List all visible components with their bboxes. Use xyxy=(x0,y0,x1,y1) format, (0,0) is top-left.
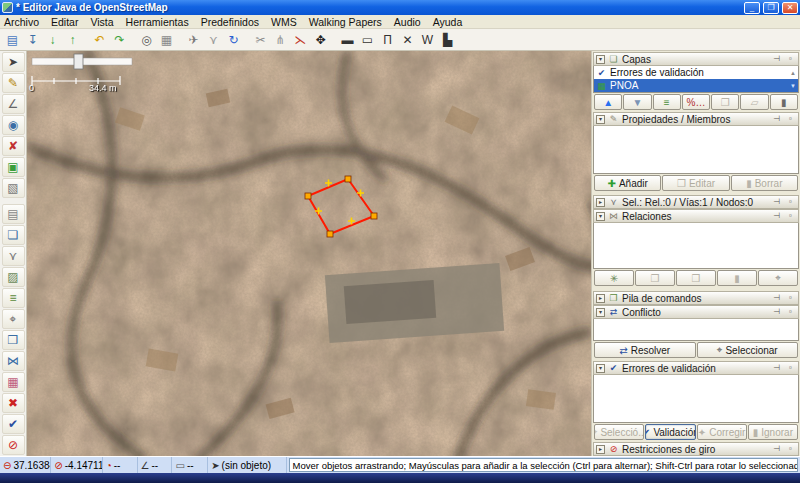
map-canvas[interactable]: 0 34.4 m xyxy=(27,51,591,456)
duplicate-relation-button[interactable]: ❒ xyxy=(676,270,716,286)
new-relation-button[interactable]: ✳ xyxy=(594,270,634,286)
menu-editar[interactable]: Editar xyxy=(51,16,78,28)
menu-audio[interactable]: Audio xyxy=(394,16,421,28)
menu-ayuda[interactable]: Ayuda xyxy=(433,16,463,28)
validation-list[interactable] xyxy=(593,375,799,423)
upload-data-icon[interactable]: ↑ xyxy=(63,30,82,49)
dialog-close-icon[interactable]: ▫ xyxy=(785,197,796,207)
turn-restrictions-icon[interactable]: ⊘ xyxy=(2,435,25,455)
preset-car-icon[interactable]: ▬ xyxy=(338,30,357,49)
menu-walking-papers[interactable]: Walking Papers xyxy=(309,16,382,28)
extrude-tool-icon[interactable]: ▧ xyxy=(2,178,25,198)
collapse-icon[interactable]: ▾ xyxy=(596,55,605,64)
zoom-to-data-icon[interactable]: ◎ xyxy=(137,30,156,49)
dialog-close-icon[interactable]: ▫ xyxy=(785,363,796,373)
pin-icon[interactable]: ⊣ xyxy=(771,307,782,317)
layer-row-pnoa[interactable]: ▦ PNOA ▼ xyxy=(594,79,798,92)
layer-merge-button[interactable]: ≡ xyxy=(653,94,681,110)
delete-relation-button[interactable]: ▮ xyxy=(717,270,757,286)
relations-dialog-icon[interactable]: ⋈ xyxy=(2,351,25,371)
select-tool-icon[interactable]: ➤ xyxy=(2,52,25,72)
background-dialog-icon[interactable]: ▨ xyxy=(2,267,25,287)
layer-up-button[interactable]: ▲ xyxy=(594,94,622,110)
scroll-down-icon[interactable]: ▼ xyxy=(790,83,796,89)
dialog-close-icon[interactable]: ▫ xyxy=(785,307,796,317)
layer-down-button[interactable]: ▼ xyxy=(623,94,651,110)
unglue-way-icon[interactable]: ⋋ xyxy=(291,30,310,49)
expand-icon[interactable]: ▸ xyxy=(596,294,605,303)
measure-tool-icon[interactable]: ∠ xyxy=(2,94,25,114)
ignore-button[interactable]: ▮ Ignorar xyxy=(748,424,798,440)
command-stack-icon[interactable]: ≡ xyxy=(2,288,25,308)
fix-button[interactable]: ✦ Corregir xyxy=(697,424,747,440)
conflict-dialog-icon[interactable]: ▦ xyxy=(2,372,25,392)
redo-icon[interactable]: ↷ xyxy=(110,30,129,49)
pin-icon[interactable]: ⊣ xyxy=(771,54,782,64)
menu-predefinidos[interactable]: Predefinidos xyxy=(201,16,259,28)
refresh-sync-icon[interactable]: ↻ xyxy=(224,30,243,49)
dialog-close-icon[interactable]: ▫ xyxy=(785,211,796,221)
merge-nodes-icon[interactable]: ⋎ xyxy=(204,30,223,49)
delete-button[interactable]: ▮ Borrar xyxy=(731,175,798,191)
pin-icon[interactable]: ⊣ xyxy=(771,211,782,221)
menu-archivo[interactable]: Archivo xyxy=(4,16,39,28)
move-tool-icon[interactable]: ✥ xyxy=(311,30,330,49)
select-relation-button[interactable]: ⌖ xyxy=(758,270,798,286)
properties-dialog-icon[interactable]: ❒ xyxy=(2,330,25,350)
close-button[interactable]: ✕ xyxy=(782,2,798,14)
nodes-dialog-icon[interactable]: ⋎ xyxy=(2,246,25,266)
pin-icon[interactable]: ⊣ xyxy=(771,444,782,454)
validator-icon[interactable]: ✔ xyxy=(2,414,25,434)
collapse-icon[interactable]: ▾ xyxy=(596,308,605,317)
merge-layers-icon[interactable]: ▤ xyxy=(2,204,25,224)
dialog-close-icon[interactable]: ▫ xyxy=(785,54,796,64)
scroll-up-icon[interactable]: ▲ xyxy=(790,70,796,76)
preset-bus-icon[interactable]: ▭ xyxy=(358,30,377,49)
tile-select-tool-icon[interactable]: ▣ xyxy=(2,157,25,177)
select-errors-button[interactable]: ⌖ Selecció... xyxy=(594,424,644,440)
resolve-button[interactable]: ⇄ Resolver xyxy=(594,342,696,358)
save-file-icon[interactable]: ↧ xyxy=(23,30,42,49)
draw-node-tool-icon[interactable]: ✎ xyxy=(2,73,25,93)
maximize-button[interactable]: ❐ xyxy=(763,2,779,14)
layer-row-validation[interactable]: ✔ Errores de validación ▲ xyxy=(594,66,798,79)
zoom-tool-icon[interactable]: ◉ xyxy=(2,115,25,135)
collapse-icon[interactable]: ▾ xyxy=(596,115,605,124)
selection-dialog-icon[interactable]: ⌖ xyxy=(2,309,25,329)
pin-icon[interactable]: ⊣ xyxy=(771,114,782,124)
conflict-list[interactable] xyxy=(593,319,799,341)
preset-bank-icon[interactable]: Π xyxy=(378,30,397,49)
validation-errors-icon[interactable]: ✖ xyxy=(2,393,25,413)
preset-power-icon[interactable]: W xyxy=(418,30,437,49)
open-file-icon[interactable]: ▤ xyxy=(3,30,22,49)
wms-fetch-icon[interactable]: ✈ xyxy=(184,30,203,49)
dialog-close-icon[interactable]: ▫ xyxy=(785,293,796,303)
undo-icon[interactable]: ↶ xyxy=(90,30,109,49)
add-button[interactable]: ✚ Añadir xyxy=(594,175,661,191)
menu-vista[interactable]: Vista xyxy=(90,16,113,28)
validate-button[interactable]: ✔ Validación xyxy=(645,424,695,440)
pin-icon[interactable]: ⊣ xyxy=(771,363,782,373)
minimize-button[interactable]: _ xyxy=(744,2,760,14)
select-conflict-button[interactable]: ⌖ Seleccionar xyxy=(697,342,799,358)
layer-opacity-button[interactable]: %… xyxy=(682,94,710,110)
tag-dialog-icon[interactable]: ❏ xyxy=(2,225,25,245)
menu-herramientas[interactable]: Herramientas xyxy=(126,16,189,28)
pin-icon[interactable]: ⊣ xyxy=(771,293,782,303)
menu-wms[interactable]: WMS xyxy=(271,16,297,28)
expand-icon[interactable]: ▸ xyxy=(596,445,605,454)
edit-button[interactable]: ❐ Editar xyxy=(662,175,729,191)
layer-delete-button[interactable]: ▮ xyxy=(770,94,798,110)
split-way-icon[interactable]: ✂ xyxy=(251,30,270,49)
relations-list[interactable] xyxy=(593,223,799,269)
pin-icon[interactable]: ⊣ xyxy=(771,197,782,207)
layer-duplicate-button[interactable]: ❐ xyxy=(711,94,739,110)
delete-tool-icon[interactable]: ✘ xyxy=(2,136,25,156)
combine-way-icon[interactable]: ⋔ xyxy=(271,30,290,49)
download-data-icon[interactable]: ↓ xyxy=(43,30,62,49)
layer-convert-button[interactable]: ▱ xyxy=(740,94,768,110)
properties-list[interactable] xyxy=(593,126,799,174)
preferences-icon[interactable]: ▦ xyxy=(157,30,176,49)
preset-factory-icon[interactable]: ▙ xyxy=(438,30,457,49)
collapse-icon[interactable]: ▾ xyxy=(596,212,605,221)
